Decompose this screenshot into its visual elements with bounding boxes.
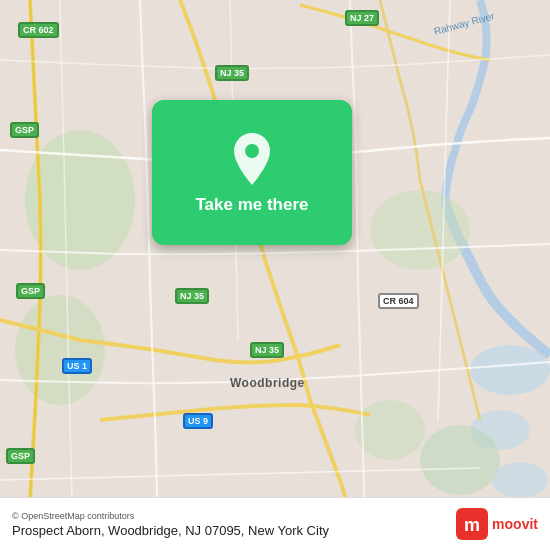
- bottom-bar: © OpenStreetMap contributors Prospect Ab…: [0, 497, 550, 550]
- svg-point-7: [355, 400, 425, 460]
- location-pin-icon: [228, 131, 276, 187]
- woodbridge-label: Woodbridge: [230, 376, 305, 390]
- svg-point-5: [15, 295, 105, 405]
- map-container: Woodbridge Rahway River CR 602 NJ 27 NJ …: [0, 0, 550, 550]
- road-badge-gsp-mid: GSP: [16, 283, 45, 299]
- road-badge-us1: US 1: [62, 358, 92, 374]
- svg-point-3: [492, 462, 548, 498]
- moovit-text: moovit: [492, 516, 538, 532]
- road-badge-nj27: NJ 27: [345, 10, 379, 26]
- take-me-there-button[interactable]: Take me there: [152, 100, 352, 245]
- take-me-there-label: Take me there: [195, 195, 308, 215]
- moovit-logo[interactable]: m moovit: [456, 508, 538, 540]
- moovit-m-icon: m: [456, 508, 488, 540]
- road-badge-us9: US 9: [183, 413, 213, 429]
- road-badge-nj35-bot: NJ 35: [250, 342, 284, 358]
- address-section: © OpenStreetMap contributors Prospect Ab…: [12, 511, 329, 538]
- svg-text:m: m: [464, 515, 480, 535]
- road-badge-gsp-bot: GSP: [6, 448, 35, 464]
- svg-point-6: [370, 190, 470, 270]
- svg-point-8: [420, 425, 500, 495]
- map-svg: [0, 0, 550, 550]
- svg-point-1: [470, 345, 550, 395]
- road-badge-nj35-mid: NJ 35: [175, 288, 209, 304]
- address-text: Prospect Aborn, Woodbridge, NJ 07095, Ne…: [12, 523, 329, 538]
- road-badge-nj35-top: NJ 35: [215, 65, 249, 81]
- road-badge-cr604: CR 604: [378, 293, 419, 309]
- svg-point-9: [245, 144, 259, 158]
- road-badge-gsp-top: GSP: [10, 122, 39, 138]
- openstreetmap-credit: © OpenStreetMap contributors: [12, 511, 329, 521]
- road-badge-cr602: CR 602: [18, 22, 59, 38]
